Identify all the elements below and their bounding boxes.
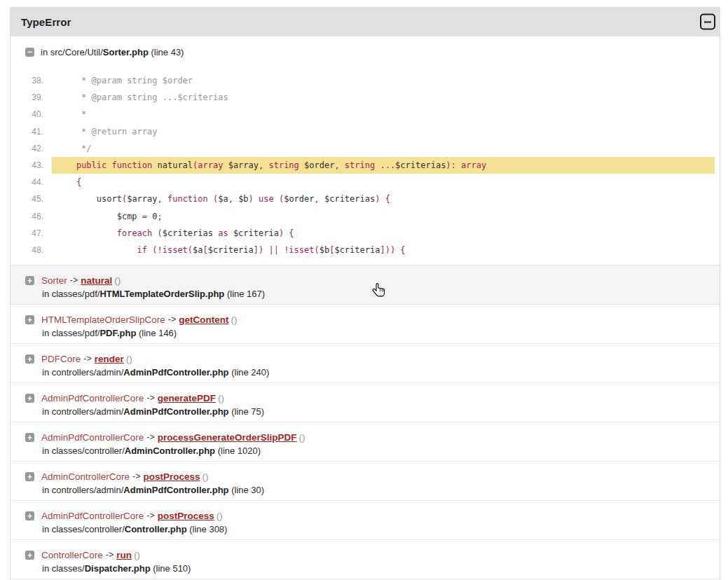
collapse-code-icon[interactable]: − [25,48,34,57]
trace-arrow: -> [146,392,154,405]
exception-location-text: in src/Core/Util/Sorter.php (line 43) [41,47,184,57]
code-token: usort [56,194,122,204]
trace-location-line: in classes/controller/Controller.php (li… [11,523,720,536]
code-line: 48. if (!isset($a[$criteria]) || !isset(… [11,242,720,258]
trace-location-line: in classes/controller/AdminController.ph… [11,444,720,457]
trace-arrow: -> [83,352,91,366]
trace-location-prefix: in classes/pdf/ [42,328,99,338]
code-token [56,177,76,187]
code-token: , string ... [334,160,395,170]
code-token: $criteria [233,228,279,238]
trace-class-link[interactable]: HTMLTemplateOrderSlipCore [41,313,165,326]
trace-class-link[interactable]: AdminPdfControllerCore [41,509,144,523]
code-line: 41. * @return array [11,123,720,140]
trace-file-name: HTMLTemplateOrderSlip.php [99,289,224,299]
trace-class-link[interactable]: AdminPdfControllerCore [41,431,144,444]
trace-entry[interactable]: + HTMLTemplateOrderSlipCore -> getConten… [11,305,720,344]
code-token: * @param string $order [56,76,193,85]
trace-line-info: (line 1020) [215,446,261,456]
trace-entry[interactable]: + PDFCore -> render () in controllers/ad… [11,344,720,383]
code-token: $b [238,194,248,204]
trace-arrow: -> [70,274,78,287]
code-line: 46. $cmp = 0; [11,208,720,225]
line-code: */ [52,140,715,157]
code-token: { [76,177,81,187]
trace-method-link[interactable]: run [116,548,132,562]
trace-location-prefix: in classes/controller/ [42,524,125,534]
code-line: 40. * [11,106,720,123]
trace-class-link[interactable]: Sorter [41,274,67,287]
expand-entry-icon[interactable]: + [25,315,34,324]
code-token: public function [76,160,158,170]
expand-entry-icon[interactable]: + [25,276,34,285]
code-token: , string [259,160,304,170]
trace-file-name: Dispatcher.php [85,563,151,574]
location-prefix: in src/Core/Util/ [41,47,103,57]
exception-line-info: (line 43) [149,47,184,57]
trace-line-info: (line 308) [187,524,228,534]
trace-arrow: -> [106,548,114,562]
expand-entry-icon[interactable]: + [25,433,34,442]
trace-location-prefix: in controllers/admin/ [42,485,123,495]
trace-entry[interactable]: + AdminPdfControllerCore -> postProcess … [11,501,720,540]
trace-file-name: AdminPdfController.php [123,367,228,378]
line-number: 40. [11,106,43,123]
trace-method-link[interactable]: generatePDF [158,392,216,405]
code-token: $a [193,245,202,255]
trace-method-link[interactable]: postProcess [158,509,214,523]
trace-method-link[interactable]: getContent [179,313,228,326]
code-token: $b [320,245,329,255]
code-token: ]) || !isset( [254,245,320,255]
trace-class-link[interactable]: AdminPdfControllerCore [41,392,144,405]
minus-icon [704,21,711,22]
trace-method-link[interactable]: postProcess [144,470,200,483]
trace-location-line: in classes/pdf/HTMLTemplateOrderSlip.php… [11,287,720,301]
trace-class-link[interactable]: ControllerCore [41,548,103,562]
trace-entry[interactable]: + AdminPdfControllerCore -> processGener… [11,422,720,462]
exception-location-row: − in src/Core/Util/Sorter.php (line 43) [11,36,720,58]
line-number: 45. [11,191,43,207]
line-code: $cmp = 0; [52,208,715,225]
trace-location-line: in controllers/admin/AdminPdfController.… [11,483,720,497]
trace-line-info: (line 167) [224,289,265,299]
code-token: $order [284,194,314,204]
trace-entry[interactable]: + Sorter -> natural () in classes/pdf/HT… [11,265,720,305]
code-line: 43. public function natural(array $array… [11,157,720,174]
code-token: (array [193,160,228,170]
line-code: * @param string ...$criterias [52,89,715,106]
trace-method-link[interactable]: processGenerateOrderSlipPDF [158,431,297,444]
code-token: , [315,194,324,204]
trace-method-link[interactable]: natural [81,274,112,287]
trace-location-prefix: in controllers/admin/ [42,406,123,417]
trace-entry[interactable]: + ControllerCore -> run () in classes/Di… [11,540,720,579]
trace-call-line: + AdminPdfControllerCore -> postProcess … [11,509,720,523]
line-code: public function natural(array $array, st… [52,157,715,174]
code-token: $criterias [324,194,375,204]
trace-arrow: -> [168,313,176,326]
trace-call-line: + PDFCore -> render () [11,352,720,366]
trace-args: () [202,470,209,483]
expand-entry-icon[interactable]: + [25,551,34,560]
trace-location-prefix: in classes/ [42,563,85,574]
collapse-panel-button[interactable] [700,14,715,30]
code-line: 47. foreach ($criterias as $criteria) { [11,225,720,242]
trace-file-name: Controller.php [125,524,187,534]
code-token: natural [158,160,193,170]
code-token: [ [203,245,208,255]
line-number: 44. [11,174,43,191]
trace-entry[interactable]: + AdminPdfControllerCore -> generatePDF … [11,383,720,422]
trace-line-info: (line 146) [136,328,177,338]
exception-file-name: Sorter.php [103,47,149,57]
expand-entry-icon[interactable]: + [25,394,34,403]
trace-entry[interactable]: + AdminControllerCore -> postProcess () … [11,462,720,501]
code-token: , [228,194,238,204]
code-token: ])) { [380,245,405,255]
expand-entry-icon[interactable]: + [25,354,34,364]
trace-class-link[interactable]: AdminControllerCore [41,470,130,483]
expand-entry-icon[interactable]: + [25,511,34,520]
trace-method-link[interactable]: render [95,352,124,366]
code-excerpt: 38. * @param string $order 39. * @param … [11,72,720,265]
trace-class-link[interactable]: PDFCore [41,352,81,366]
code-token: ) { [279,228,294,238]
expand-entry-icon[interactable]: + [25,472,34,481]
